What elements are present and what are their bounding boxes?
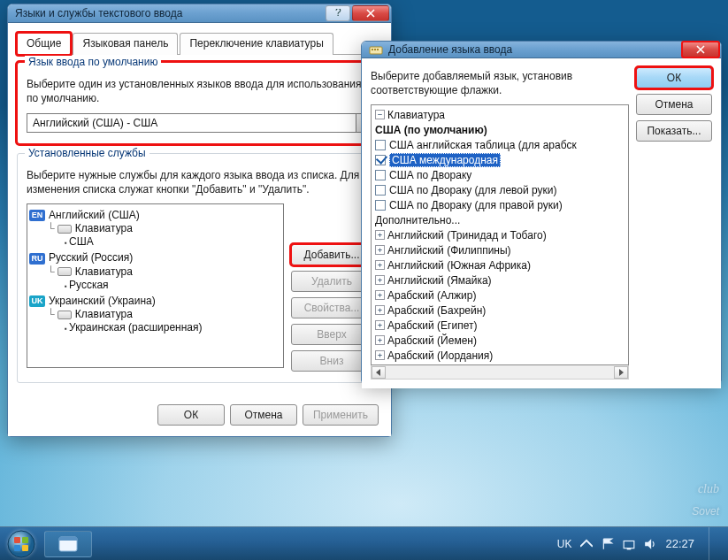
expand-icon[interactable]: + — [375, 260, 385, 270]
show-desktop-button[interactable] — [709, 527, 717, 561]
help-button[interactable]: ? — [326, 5, 350, 21]
horizontal-scrollbar[interactable] — [371, 365, 629, 380]
checkbox[interactable] — [375, 185, 386, 196]
titlebar[interactable]: Добавление языка ввода — [362, 42, 721, 58]
tree-language-node[interactable]: +Арабский (Бахрейн) — [373, 303, 628, 318]
keyboard-node[interactable]: └ КлавиатураУкраинская (расширенная) — [47, 307, 281, 335]
preview-button[interactable]: Показать... — [636, 120, 712, 142]
network-icon[interactable] — [623, 538, 635, 550]
expand-icon[interactable]: + — [375, 290, 385, 300]
svg-rect-11 — [59, 537, 77, 541]
close-button[interactable] — [352, 5, 389, 21]
group-legend: Установленные службы — [25, 147, 149, 159]
svg-rect-4 — [377, 49, 379, 50]
checkbox[interactable] — [375, 200, 386, 211]
language-item[interactable]: RUРусский (Россия)└ КлавиатураРусская — [29, 250, 281, 293]
tray-clock[interactable]: 22:27 — [665, 537, 694, 550]
tree-layout-option[interactable]: США по Двораку (для правой руки) — [373, 197, 628, 212]
installed-languages-list[interactable]: ENАнглийский (США)└ КлавиатураСШАRUРусск… — [27, 203, 284, 368]
tray-language-indicator[interactable]: UK — [557, 538, 572, 550]
tree-layout-option[interactable]: США международная — [373, 152, 628, 167]
expand-icon[interactable]: + — [375, 320, 385, 330]
tree-layout-option[interactable]: США по Двораку (для левой руки) — [373, 182, 628, 197]
scroll-left-icon[interactable] — [372, 366, 386, 379]
ok-button[interactable]: ОК — [157, 404, 225, 426]
tree-language-node[interactable]: +Арабский (Иордания) — [373, 348, 628, 363]
tabstrip: Общие Языковая панель Переключение клави… — [17, 32, 382, 55]
tree-language-node[interactable]: +Арабский (Йемен) — [373, 333, 628, 348]
default-language-combo[interactable]: Английский (США) - США — [27, 113, 372, 133]
svg-text:?: ? — [335, 9, 341, 18]
svg-rect-12 — [625, 541, 635, 548]
keyboard-node[interactable]: └ КлавиатураСША — [47, 221, 281, 249]
tree-language-node[interactable]: +Арабский (Алжир) — [373, 288, 628, 303]
default-language-group: Язык ввода по умолчанию Выберите один из… — [17, 62, 382, 143]
keyboard-node[interactable]: └ КлавиатураРусская — [47, 265, 281, 293]
volume-icon[interactable] — [644, 538, 656, 550]
svg-rect-9 — [22, 545, 28, 551]
watermark: club Sovet — [692, 482, 719, 519]
close-button[interactable] — [682, 42, 719, 58]
checkbox[interactable] — [375, 140, 386, 150]
add-input-language-dialog: Добавление языка ввода Выберите добавляе… — [361, 41, 722, 384]
tree-language-node[interactable]: +Английский (Филиппины) — [373, 242, 628, 257]
expand-icon[interactable]: + — [375, 350, 385, 360]
keyboard-icon — [57, 225, 72, 234]
tab-language-bar[interactable]: Языковая панель — [73, 33, 178, 55]
svg-rect-8 — [14, 545, 20, 551]
checkbox[interactable] — [375, 170, 386, 180]
tab-key-switch[interactable]: Переключение клавиатуры — [180, 33, 333, 55]
installed-desc: Выберите нужные службы для каждого языка… — [27, 168, 372, 196]
titlebar[interactable]: Языки и службы текстового ввода ? — [8, 4, 391, 23]
svg-rect-6 — [14, 537, 20, 543]
installed-services-group: Установленные службы Выберите нужные слу… — [17, 153, 382, 383]
tree-layout-option[interactable]: США по Двораку — [373, 167, 628, 182]
text-services-dialog: Языки и службы текстового ввода ? Общие … — [7, 4, 392, 437]
group-legend: Язык ввода по умолчанию — [25, 56, 161, 68]
svg-rect-2 — [372, 49, 373, 50]
keyboard-icon — [57, 267, 72, 276]
tab-general[interactable]: Общие — [17, 33, 71, 55]
layout-item[interactable]: Украинская (расширенная) — [65, 320, 281, 334]
scroll-right-icon[interactable] — [614, 366, 628, 379]
apply-button[interactable]: Применить — [303, 404, 379, 426]
default-language-desc: Выберите один из установленных языков вв… — [27, 77, 372, 105]
language-item[interactable]: ENАнглийский (США)└ КлавиатураСША — [29, 208, 281, 250]
taskbar-app-button[interactable] — [44, 531, 92, 557]
flag-icon[interactable] — [602, 538, 614, 550]
combo-value: Английский (США) - США — [27, 114, 356, 132]
tree-language-node[interactable]: +Английский (Тринидад и Тобаго) — [373, 227, 628, 242]
language-item[interactable]: UKУкраинский (Украина)└ КлавиатураУкраин… — [29, 294, 281, 336]
svg-rect-13 — [627, 548, 632, 549]
keyboard-icon — [57, 311, 72, 319]
tree-language-node[interactable]: +Арабский (Египет) — [373, 318, 628, 333]
language-tree[interactable]: −КлавиатураСША (по умолчанию)США английс… — [371, 104, 629, 365]
dialog-footer: ОК Отмена Применить — [17, 392, 382, 427]
taskbar[interactable]: UK 22:27 — [0, 526, 728, 560]
add-language-desc: Выберите добавляемый язык, установив соо… — [371, 69, 629, 97]
tree-language-node[interactable]: +Английский (Ямайка) — [373, 272, 628, 288]
system-tray[interactable]: UK 22:27 — [557, 527, 723, 561]
tree-keyboard-node[interactable]: −Клавиатура — [373, 107, 628, 122]
expand-icon[interactable]: + — [375, 245, 385, 255]
window-title: Добавление языка ввода — [388, 43, 512, 56]
expand-icon[interactable]: + — [375, 305, 385, 315]
checkbox[interactable] — [375, 155, 386, 165]
expand-icon[interactable]: + — [375, 230, 385, 240]
chevron-up-icon[interactable] — [580, 538, 593, 550]
cancel-button[interactable]: Отмена — [230, 404, 297, 426]
tree-layout-option[interactable]: США английская таблица (для арабск — [373, 137, 628, 152]
expand-icon[interactable]: + — [375, 275, 385, 285]
ok-button[interactable]: ОК — [636, 67, 712, 88]
layout-item[interactable]: Русская — [65, 278, 281, 292]
expand-icon[interactable]: + — [375, 335, 385, 345]
keyboard-icon — [369, 42, 383, 57]
layout-item[interactable]: США — [65, 234, 281, 249]
start-button[interactable] — [2, 527, 41, 561]
tree-more-link[interactable]: Дополнительно... — [373, 212, 628, 227]
collapse-icon[interactable]: − — [375, 110, 385, 119]
cancel-button[interactable]: Отмена — [636, 94, 712, 115]
tree-language-node[interactable]: +Английский (Южная Африка) — [373, 257, 628, 272]
tree-default-layout[interactable]: США (по умолчанию) — [373, 122, 628, 137]
svg-point-5 — [8, 531, 34, 557]
